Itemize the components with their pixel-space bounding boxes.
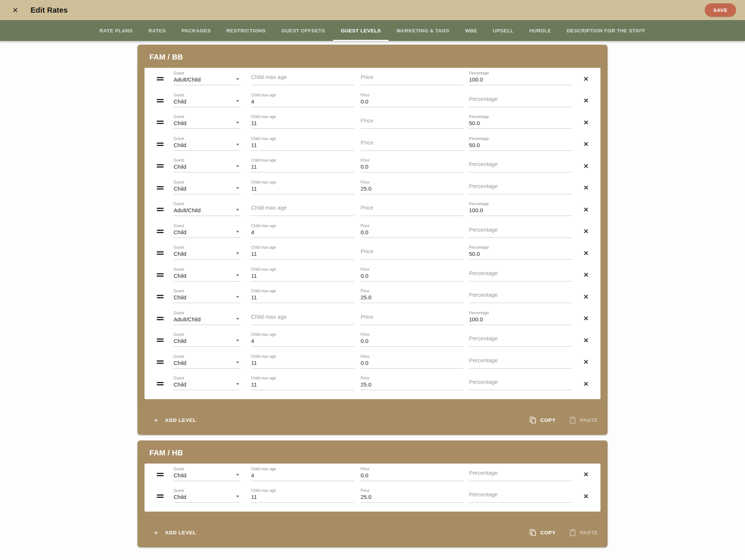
price-input[interactable] xyxy=(361,272,464,280)
drag-handle-icon[interactable] xyxy=(157,295,164,298)
child-max-age-input[interactable] xyxy=(251,359,354,367)
delete-row-button[interactable]: ✕ xyxy=(581,314,591,324)
percentage-input[interactable] xyxy=(469,141,572,149)
drag-handle-icon[interactable] xyxy=(157,208,164,211)
drag-handle-icon[interactable] xyxy=(157,186,164,190)
child-max-age-input[interactable] xyxy=(251,163,354,171)
guest-select[interactable]: Guest Child xyxy=(174,157,241,172)
delete-row-button[interactable]: ✕ xyxy=(581,248,591,258)
drag-handle-icon[interactable] xyxy=(157,121,164,124)
guest-select[interactable]: Guest Adult/Child xyxy=(174,310,241,325)
child-max-age-input[interactable] xyxy=(251,141,354,149)
delete-row-button[interactable]: ✕ xyxy=(581,96,591,106)
close-button[interactable]: ✕ xyxy=(10,4,21,16)
guest-select[interactable]: Guest Child xyxy=(174,353,241,369)
tab-hurdle[interactable]: HURDLE xyxy=(522,20,559,41)
drag-handle-icon[interactable] xyxy=(157,251,164,255)
add-level-button[interactable]: + ADD LEVEL xyxy=(154,529,196,537)
percentage-input[interactable] xyxy=(469,356,572,364)
price-input[interactable] xyxy=(361,98,464,105)
price-input[interactable] xyxy=(361,139,464,146)
child-max-age-input[interactable] xyxy=(251,228,354,236)
guest-select[interactable]: Guest Child xyxy=(174,244,241,260)
percentage-input[interactable] xyxy=(469,334,572,342)
drag-handle-icon[interactable] xyxy=(157,273,164,277)
tab-wbe[interactable]: WBE xyxy=(457,20,485,41)
delete-row-button[interactable]: ✕ xyxy=(581,470,591,480)
copy-button[interactable]: COPY xyxy=(530,529,556,536)
tab-description-for-the-staff[interactable]: DESCRIPTION FOR THE STAFF xyxy=(559,20,653,41)
add-level-button[interactable]: + ADD LEVEL xyxy=(154,417,196,424)
percentage-input[interactable] xyxy=(469,315,572,323)
price-input[interactable] xyxy=(361,185,464,192)
percentage-input[interactable] xyxy=(469,76,572,83)
child-max-age-input[interactable] xyxy=(251,313,354,321)
price-input[interactable] xyxy=(361,359,464,367)
tab-guest-levels[interactable]: GUEST LEVELS xyxy=(333,20,389,41)
delete-row-button[interactable]: ✕ xyxy=(581,161,591,171)
delete-row-button[interactable]: ✕ xyxy=(581,118,591,127)
percentage-input[interactable] xyxy=(469,291,572,299)
tab-marketing-tags[interactable]: MARKETING & TAGS xyxy=(389,20,457,41)
price-input[interactable] xyxy=(361,73,464,81)
percentage-input[interactable] xyxy=(469,269,572,277)
delete-row-button[interactable]: ✕ xyxy=(581,183,591,193)
drag-handle-icon[interactable] xyxy=(157,382,164,385)
child-max-age-input[interactable] xyxy=(251,471,354,479)
drag-handle-icon[interactable] xyxy=(157,494,164,498)
child-max-age-input[interactable] xyxy=(251,272,354,280)
guest-select[interactable]: Guest Child xyxy=(174,487,241,503)
delete-row-button[interactable]: ✕ xyxy=(581,335,591,345)
percentage-input[interactable] xyxy=(469,378,572,386)
delete-row-button[interactable]: ✕ xyxy=(581,74,591,84)
guest-select[interactable]: Guest Adult/Child xyxy=(174,70,241,85)
price-input[interactable] xyxy=(361,471,464,479)
guest-select[interactable]: Guest Child xyxy=(174,223,241,238)
drag-handle-icon[interactable] xyxy=(157,473,164,476)
price-input[interactable] xyxy=(361,117,464,124)
drag-handle-icon[interactable] xyxy=(157,360,164,364)
guest-select[interactable]: Guest Child xyxy=(174,331,241,347)
price-input[interactable] xyxy=(361,247,464,255)
price-input[interactable] xyxy=(361,381,464,388)
child-max-age-input[interactable] xyxy=(251,293,354,301)
child-max-age-input[interactable] xyxy=(251,204,354,211)
price-input[interactable] xyxy=(361,204,464,211)
delete-row-button[interactable]: ✕ xyxy=(581,227,591,236)
tab-packages[interactable]: PACKAGES xyxy=(174,20,219,41)
paste-button[interactable]: PASTE xyxy=(570,417,598,424)
child-max-age-input[interactable] xyxy=(251,337,354,345)
delete-row-button[interactable]: ✕ xyxy=(581,270,591,280)
percentage-input[interactable] xyxy=(469,250,572,258)
guest-select[interactable]: Guest Child xyxy=(174,375,241,390)
paste-button[interactable]: PASTE xyxy=(570,529,598,536)
drag-handle-icon[interactable] xyxy=(157,164,164,168)
save-button[interactable]: SAVE xyxy=(705,3,736,17)
child-max-age-input[interactable] xyxy=(251,185,354,192)
tab-upsell[interactable]: UPSELL xyxy=(485,20,522,41)
percentage-input[interactable] xyxy=(469,182,572,190)
child-max-age-input[interactable] xyxy=(251,73,354,81)
guest-select[interactable]: Guest Child xyxy=(174,92,241,107)
guest-select[interactable]: Guest Child xyxy=(174,266,241,281)
guest-select[interactable]: Guest Child xyxy=(174,288,241,303)
tab-restrictions[interactable]: RESTRICTIONS xyxy=(219,20,273,41)
drag-handle-icon[interactable] xyxy=(157,77,164,80)
price-input[interactable] xyxy=(361,228,464,236)
drag-handle-icon[interactable] xyxy=(157,143,164,146)
drag-handle-icon[interactable] xyxy=(157,230,164,233)
percentage-input[interactable] xyxy=(469,206,572,214)
delete-row-button[interactable]: ✕ xyxy=(581,379,591,389)
child-max-age-input[interactable] xyxy=(251,98,354,105)
tab-rate-plans[interactable]: RATE PLANS xyxy=(92,20,140,41)
drag-handle-icon[interactable] xyxy=(157,99,164,102)
percentage-input[interactable] xyxy=(469,490,572,498)
delete-row-button[interactable]: ✕ xyxy=(581,140,591,149)
delete-row-button[interactable]: ✕ xyxy=(581,491,591,501)
price-input[interactable] xyxy=(361,337,464,345)
guest-select[interactable]: Guest Adult/Child xyxy=(174,201,241,216)
child-max-age-input[interactable] xyxy=(251,119,354,127)
price-input[interactable] xyxy=(361,293,464,301)
guest-select[interactable]: Guest Child xyxy=(174,179,241,194)
guest-select[interactable]: Guest Child xyxy=(174,466,241,481)
